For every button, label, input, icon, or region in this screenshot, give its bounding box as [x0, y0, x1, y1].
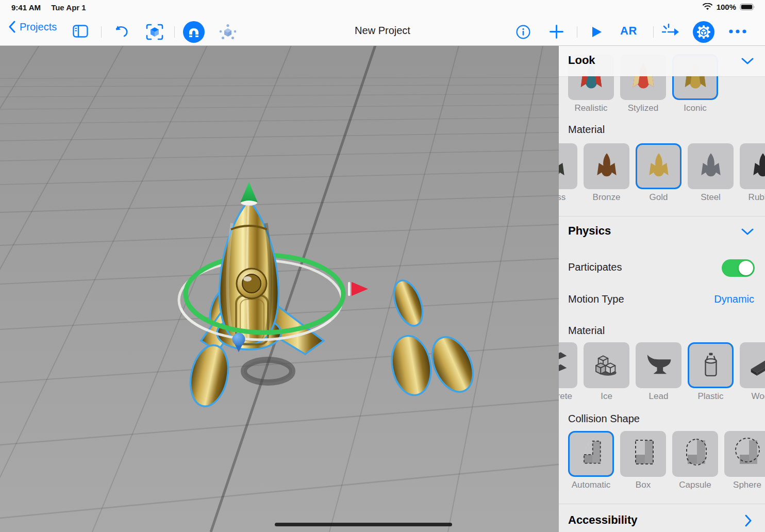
collision-sphere[interactable]: Sphere: [724, 431, 765, 490]
look-title: Look: [568, 54, 595, 67]
home-indicator[interactable]: [275, 523, 452, 526]
more-ellipsis-icon: [728, 29, 747, 34]
motion-type-label: Motion Type: [568, 293, 624, 305]
status-date: Tue Apr 1: [51, 3, 86, 12]
plastic-bottle-icon: [696, 351, 725, 380]
collision-automatic[interactable]: Automatic: [568, 431, 614, 490]
flag-handle-red[interactable]: [348, 282, 368, 296]
physics-material-row: Concrete Ice Lead: [559, 342, 765, 402]
battery-percent: 100%: [717, 3, 736, 11]
status-bar-right: 100%: [702, 3, 756, 11]
scene-viewport[interactable]: [0, 45, 559, 532]
concrete-beam-icon: [559, 351, 569, 380]
ar-label: AR: [620, 24, 637, 38]
object-settings-button[interactable]: [693, 21, 714, 43]
reality-composer-app: 9:41 AM Tue Apr 1 100% Projects: [0, 0, 765, 532]
physics-title: Physics: [568, 224, 611, 238]
page-title: New Project: [0, 25, 765, 37]
ar-button[interactable]: AR: [620, 24, 637, 38]
info-button[interactable]: [516, 25, 530, 39]
physics-material-lead[interactable]: Lead: [636, 342, 681, 402]
toolbar-divider: [577, 26, 577, 38]
physics-material-concrete[interactable]: Concrete: [559, 342, 577, 402]
inspector-panel: Realistic Stylized Iconic Look: [559, 45, 765, 532]
wifi-icon: [702, 3, 713, 11]
look-material-label: Material: [568, 124, 605, 136]
toolbar-divider: [653, 26, 654, 38]
collision-box-icon: [620, 431, 666, 477]
section-divider: [559, 504, 765, 504]
physics-material-plastic[interactable]: Plastic: [688, 342, 734, 402]
top-bar: 9:41 AM Tue Apr 1 100% Projects: [0, 0, 765, 46]
motion-type-value[interactable]: Dynamic: [714, 293, 754, 305]
toggle-knob: [739, 261, 753, 275]
participates-label: Participates: [568, 261, 622, 273]
look-section-header[interactable]: Look: [559, 45, 765, 76]
battery-icon: [740, 3, 756, 11]
physics-material-wood[interactable]: Wood: [740, 342, 765, 402]
behaviors-button[interactable]: [662, 24, 679, 40]
collision-shape-row: Automatic Box Capsule: [559, 431, 765, 490]
physics-material-label: Material: [568, 325, 605, 337]
collision-capsule[interactable]: Capsule: [672, 431, 718, 490]
material-gold[interactable]: Gold: [636, 143, 681, 203]
play-button[interactable]: [591, 26, 603, 38]
physics-material-ice[interactable]: Ice: [584, 342, 629, 402]
top-handle-green[interactable]: [240, 182, 258, 203]
info-icon: [516, 25, 530, 39]
section-divider: [559, 216, 765, 217]
play-icon: [591, 26, 603, 38]
selected-object-rocket[interactable]: [170, 176, 490, 434]
material-rubber[interactable]: Rubber: [740, 143, 765, 203]
material-bronze[interactable]: Bronze: [584, 143, 629, 203]
collision-sphere-icon: [724, 431, 765, 477]
add-object-button[interactable]: [550, 25, 563, 39]
collision-automatic-icon: [570, 431, 612, 477]
chevron-down-icon[interactable]: [741, 58, 754, 64]
lead-anvil-icon: [644, 351, 673, 380]
chevron-down-icon[interactable]: [741, 228, 754, 235]
accessibility-title: Accessibility: [568, 513, 638, 527]
material-steel[interactable]: Steel: [688, 143, 734, 203]
ground-shadow: [244, 360, 292, 383]
wood-plank-icon: [749, 351, 765, 380]
add-icon: [550, 25, 563, 39]
object-settings-icon: [693, 21, 714, 43]
status-time: 9:41 AM: [11, 3, 41, 12]
collision-shape-label: Collision Shape: [568, 413, 640, 425]
status-bar-left: 9:41 AM Tue Apr 1: [11, 3, 86, 12]
more-button[interactable]: [728, 29, 747, 34]
collision-box[interactable]: Box: [620, 431, 666, 490]
collision-capsule-icon: [672, 431, 718, 477]
behaviors-send-icon: [662, 24, 679, 40]
participates-toggle[interactable]: [722, 259, 755, 277]
look-material-row: Glass Bronze Gold Steel Rubber: [559, 143, 765, 203]
ice-cubes-icon: [592, 351, 621, 380]
material-glass[interactable]: Glass: [559, 143, 577, 203]
chevron-right-icon[interactable]: [745, 514, 752, 527]
